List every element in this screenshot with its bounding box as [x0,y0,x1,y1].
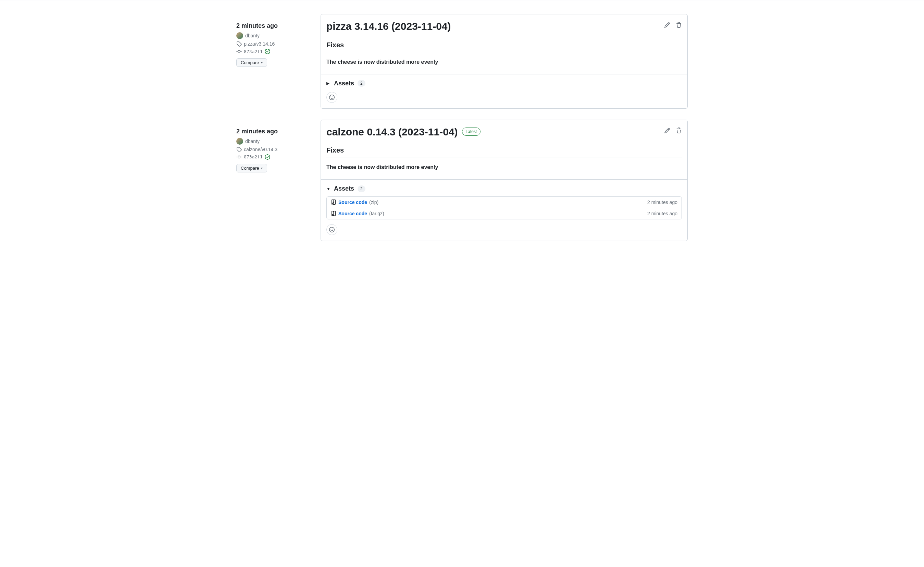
asset-link[interactable]: Source code [338,211,367,216]
delete-button[interactable] [676,128,682,134]
author-line[interactable]: dbanty [236,138,315,145]
author-username[interactable]: dbanty [245,138,260,144]
commit-line[interactable]: 873a2f1 [236,49,315,54]
notes-heading: Fixes [326,146,682,157]
release-entry: 2 minutes ago dbanty pizza/v3.14.16 873a… [236,14,688,109]
avatar[interactable] [236,138,243,145]
assets-section: ▶ Assets 2 [321,74,687,108]
commit-sha[interactable]: 873a2f1 [244,49,262,54]
triangle-icon: ▶ [326,81,330,86]
commit-line[interactable]: 873a2f1 [236,154,315,160]
triangle-icon: ▼ [326,186,330,191]
tag-line[interactable]: pizza/v3.14.16 [236,41,315,47]
release-entry: 2 minutes ago dbanty calzone/v0.14.3 873… [236,120,688,241]
asset-ext: (zip) [369,200,378,205]
assets-label: Assets [334,80,354,87]
edit-button[interactable] [664,128,670,134]
tag-name[interactable]: pizza/v3.14.16 [244,41,274,47]
assets-section: ▼ Assets 2 Source code (zip) 2 minutes a… [321,179,687,241]
release-box: calzone 0.14.3 (2023-11-04) Latest Fixes… [321,120,688,241]
tag-icon [236,41,242,47]
author-line[interactable]: dbanty [236,32,315,39]
compare-button[interactable]: Compare ▾ [236,58,267,67]
chevron-down-icon: ▾ [261,166,262,170]
verified-badge-icon [265,154,270,160]
top-divider [0,0,924,0]
tag-icon [236,147,242,152]
tag-line[interactable]: calzone/v0.14.3 [236,147,315,152]
release-notes: Fixes The cheese is now distributed more… [326,41,682,65]
notes-body: The cheese is now distributed more evenl… [326,164,682,170]
assets-toggle[interactable]: ▼ Assets 2 [326,185,682,192]
releases-list: 2 minutes ago dbanty pizza/v3.14.16 873a… [231,14,693,241]
verified-icon[interactable] [265,49,270,54]
release-title[interactable]: pizza 3.14.16 (2023-11-04) [326,20,451,33]
reaction-button[interactable] [326,92,338,103]
assets-toggle[interactable]: ▶ Assets 2 [326,80,682,87]
release-sidebar: 2 minutes ago dbanty calzone/v0.14.3 873… [236,120,315,241]
smile-icon [329,227,334,232]
asset-timestamp: 2 minutes ago [647,200,677,205]
compare-label: Compare [241,165,259,171]
release-sidebar: 2 minutes ago dbanty pizza/v3.14.16 873a… [236,14,315,109]
release-notes: Fixes The cheese is now distributed more… [326,146,682,170]
trash-icon [676,128,682,134]
release-box: pizza 3.14.16 (2023-11-04) Fixes The che… [321,14,688,109]
commit-icon [236,49,242,54]
compare-label: Compare [241,60,259,65]
assets-label: Assets [334,185,354,192]
assets-count: 2 [357,185,365,192]
assets-count: 2 [357,80,365,87]
asset-row: Source code (tar.gz) 2 minutes ago [327,208,681,219]
notes-body: The cheese is now distributed more evenl… [326,59,682,65]
author-username[interactable]: dbanty [245,33,260,38]
release-timestamp: 2 minutes ago [236,22,315,30]
asset-link[interactable]: Source code [338,200,367,205]
asset-row: Source code (zip) 2 minutes ago [327,197,681,208]
file-zip-icon [331,200,336,205]
pencil-icon [664,22,670,28]
commit-sha[interactable]: 873a2f1 [244,154,262,159]
edit-button[interactable] [664,22,670,28]
notes-heading: Fixes [326,41,682,52]
latest-badge: Latest [462,128,481,136]
avatar[interactable] [236,32,243,39]
file-zip-icon [331,211,336,216]
delete-button[interactable] [676,22,682,28]
assets-list: Source code (zip) 2 minutes ago Source c… [326,196,682,220]
tag-name[interactable]: calzone/v0.14.3 [244,147,278,152]
compare-button[interactable]: Compare ▾ [236,164,267,173]
asset-ext: (tar.gz) [369,211,384,216]
chevron-down-icon: ▾ [261,61,262,65]
verified-icon[interactable] [265,154,270,160]
reaction-button[interactable] [326,224,338,235]
verified-badge-icon [265,49,270,54]
pencil-icon [664,128,670,134]
smile-icon [329,95,334,100]
trash-icon [676,22,682,28]
commit-icon [236,154,242,160]
release-timestamp: 2 minutes ago [236,128,315,135]
asset-timestamp: 2 minutes ago [647,211,677,216]
release-title[interactable]: calzone 0.14.3 (2023-11-04) [326,125,458,138]
